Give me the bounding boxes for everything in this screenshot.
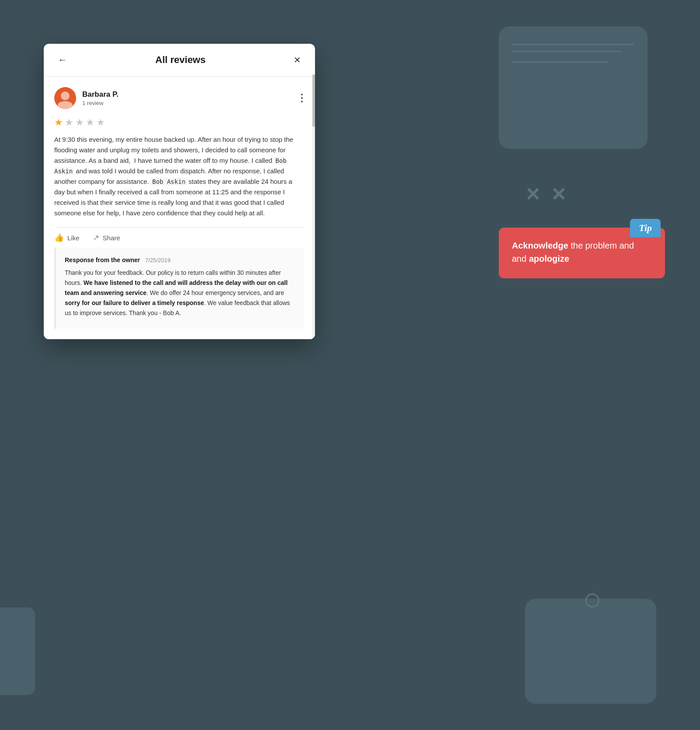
modal-header: ← All reviews ✕ — [44, 44, 315, 77]
avatar-body — [58, 101, 73, 109]
star-filled-1: ★ — [54, 117, 63, 128]
reviewer-row: Barbara P. 1 review — [54, 87, 304, 109]
response-bold-2: sorry for our failure to deliver a timel… — [65, 299, 204, 306]
back-button[interactable]: ← — [54, 53, 71, 67]
tip-badge: Tip — [630, 219, 661, 237]
close-button[interactable]: ✕ — [290, 53, 304, 67]
star-rating: ★ ★ ★ ★ ★ — [54, 117, 304, 128]
like-button[interactable]: 👍 Like — [54, 233, 80, 242]
owner-response-wrapper: Response from the owner 7/25/2019 Thank … — [44, 248, 315, 339]
reviewer-details: Barbara P. 1 review — [82, 90, 119, 106]
star-empty-5: ★ — [96, 117, 105, 128]
tip-text-1: the problem and — [568, 241, 634, 250]
close-icon: ✕ — [294, 55, 301, 65]
star-empty-4: ★ — [86, 117, 94, 128]
more-options-button[interactable] — [299, 92, 304, 104]
back-icon: ← — [58, 54, 67, 66]
bg-card-bottom-left — [0, 607, 35, 695]
response-title: Response from the owner — [65, 256, 140, 263]
name-highlight-2: Bob Askin — [151, 178, 187, 186]
review-content: Barbara P. 1 review ★ ★ ★ ★ ★ At 9:30 th… — [44, 77, 315, 248]
thumbs-up-icon: 👍 — [54, 233, 64, 242]
scrollbar-track[interactable] — [312, 74, 315, 339]
avatar — [54, 87, 76, 109]
avatar-person-icon — [54, 87, 76, 109]
circle-decoration — [585, 593, 599, 607]
dot-icon — [301, 97, 303, 99]
tip-apologize-text: apologize — [529, 254, 569, 263]
dot-icon — [301, 101, 303, 102]
tip-and-text: and — [512, 254, 529, 263]
star-empty-2: ★ — [65, 117, 74, 128]
star-empty-3: ★ — [75, 117, 84, 128]
share-label: Share — [103, 234, 120, 242]
dot-icon — [301, 94, 303, 95]
bg-card-top-right — [499, 26, 648, 149]
review-actions: 👍 Like ↗ Share — [54, 227, 304, 248]
modal-title: All reviews — [155, 54, 206, 66]
name-highlight-1: Bob Askin — [54, 157, 287, 175]
reviewer-info: Barbara P. 1 review — [54, 87, 119, 109]
response-header: Response from the owner 7/25/2019 — [65, 256, 296, 263]
tip-card: Tip Acknowledge the problem and and apol… — [499, 228, 665, 278]
share-icon: ↗ — [93, 233, 99, 242]
reviewer-count: 1 review — [82, 100, 119, 106]
response-date: 7/25/2019 — [145, 257, 171, 263]
avatar-head — [61, 91, 70, 100]
tip-acknowledge-text: Acknowledge — [512, 241, 568, 250]
bg-line-decoration — [512, 61, 608, 63]
reviewer-name: Barbara P. — [82, 90, 119, 99]
response-text: Thank you for your feedback. Our policy … — [65, 268, 296, 318]
reviews-modal: ← All reviews ✕ Barbara P. 1 review — [44, 44, 315, 339]
bg-card-bottom-right — [525, 599, 656, 704]
xx-decoration: ✕ ✕ — [525, 184, 569, 205]
scrollbar-thumb[interactable] — [312, 74, 315, 127]
review-text: At 9:30 this evening, my entire house ba… — [54, 134, 304, 218]
response-bold-1: We have listened to the call and will ad… — [65, 279, 287, 296]
owner-response: Response from the owner 7/25/2019 Thank … — [54, 248, 304, 329]
like-label: Like — [67, 234, 80, 242]
share-button[interactable]: ↗ Share — [93, 233, 120, 242]
